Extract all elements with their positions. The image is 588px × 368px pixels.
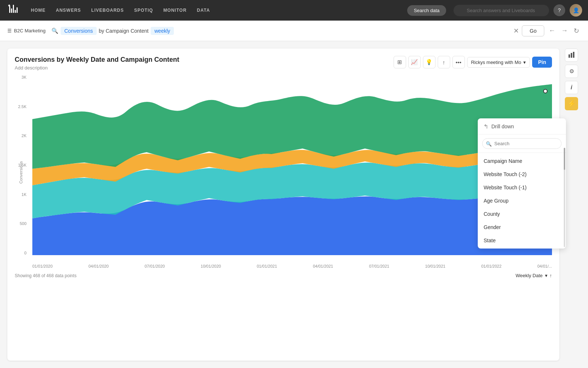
info-button[interactable]: i <box>565 81 578 94</box>
breadcrumb-bar: ☰ B2C Marketing 🔍 Conversions by Campaig… <box>0 21 588 41</box>
drill-search-input[interactable] <box>482 138 562 149</box>
drill-item-website-touch-2[interactable]: Website Touch (-2) <box>478 168 566 181</box>
back-button[interactable]: ← <box>547 25 557 36</box>
data-points-label: Showing 468 of 468 data points <box>15 273 76 278</box>
go-button[interactable]: Go <box>522 25 544 36</box>
weekly-date-label: Weekly Date <box>516 273 542 278</box>
dropdown-chevron-icon: ▾ <box>523 60 526 65</box>
svg-rect-8 <box>573 52 574 58</box>
lightbulb-icon: 💡 <box>426 59 433 65</box>
y-tick-3k: 3K <box>22 75 26 79</box>
chart-subtitle[interactable]: Add description <box>15 65 179 71</box>
x-axis-labels: 01/01/2020 04/01/2020 07/01/2020 10/01/2… <box>32 257 552 270</box>
chart-footer: Showing 468 of 468 data points Weekly Da… <box>15 273 552 278</box>
weekly-date-button[interactable]: Weekly Date ▾ ↑ <box>516 273 552 278</box>
svg-rect-1 <box>11 8 12 13</box>
drill-down-title: Drill down <box>491 124 514 129</box>
chart-title-area: Conversions by Weekly Date and Campaign … <box>15 56 179 71</box>
chart-card: Conversions by Weekly Date and Campaign … <box>7 49 559 361</box>
liveboard-dropdown[interactable]: Rickys meeting with Mo ▾ <box>467 57 530 68</box>
x-tick-8: 01/01/2022 <box>481 264 502 268</box>
svg-rect-4 <box>17 7 18 13</box>
dropdown-chevron-icon: ▾ <box>545 273 548 278</box>
chart-view-button[interactable]: 📈 <box>408 56 421 68</box>
liveboard-label: Rickys meeting with Mo <box>471 60 521 65</box>
breadcrumb-right: ✕ Go ← → ↻ <box>513 25 581 36</box>
table-view-button[interactable]: ⊞ <box>394 56 406 68</box>
drill-item-county[interactable]: County <box>478 207 566 221</box>
chart-type-button[interactable] <box>565 49 578 62</box>
drill-item-state[interactable]: State <box>478 234 566 247</box>
forward-button[interactable]: → <box>560 25 569 36</box>
search-data-button[interactable]: Search data <box>407 5 446 16</box>
drill-item-campaign-name[interactable]: Campaign Name <box>478 154 566 168</box>
chart-header: Conversions by Weekly Date and Campaign … <box>15 56 552 71</box>
bar-chart-icon <box>568 51 575 59</box>
nav-spotiq[interactable]: SPOTIQ <box>130 6 157 15</box>
x-tick-7: 10/01/2021 <box>425 264 445 268</box>
breadcrumb-search-icon: 🔍 <box>51 28 58 34</box>
top-nav: HOME ANSWERS LIVEBOARDS SPOTIQ MONITOR D… <box>0 0 588 21</box>
breadcrumb-tag-weekly: weekly <box>151 27 174 35</box>
breadcrumb-search-area: 🔍 Conversions by Campaign Content weekly <box>51 27 510 35</box>
avatar-icon: 👤 <box>573 7 579 13</box>
logo <box>6 3 21 18</box>
drill-item-gender[interactable]: Gender <box>478 221 566 234</box>
datasource-badge[interactable]: ☰ B2C Marketing <box>7 28 46 33</box>
nav-monitor[interactable]: MONITOR <box>159 6 191 15</box>
x-tick-2: 07/01/2020 <box>144 264 165 268</box>
drill-scrollbar[interactable] <box>564 148 565 247</box>
nav-home[interactable]: HOME <box>26 6 50 15</box>
y-tick-500: 500 <box>20 221 26 226</box>
drill-item-website-touch-1[interactable]: Website Touch (-1) <box>478 181 566 194</box>
y-tick-15k: 1.5K <box>18 163 26 167</box>
chart-data-point[interactable] <box>543 89 548 93</box>
share-icon: ↑ <box>442 59 445 65</box>
more-options-button[interactable]: ••• <box>452 56 465 68</box>
x-tick-6: 07/01/2021 <box>369 264 389 268</box>
area-chart-svg <box>32 75 552 255</box>
nav-data[interactable]: DATA <box>193 6 215 15</box>
drill-items-list: Campaign Name Website Touch (-2) Website… <box>478 153 566 249</box>
refresh-button[interactable]: ↻ <box>572 25 581 36</box>
gear-icon: ⚙ <box>569 68 574 75</box>
pin-button[interactable]: Pin <box>532 57 552 68</box>
svg-rect-7 <box>571 53 572 58</box>
avatar[interactable]: 👤 <box>570 4 582 17</box>
nav-answers[interactable]: ANSWERS <box>51 6 85 15</box>
drill-item-age-group[interactable]: Age Group <box>478 194 566 207</box>
svg-rect-0 <box>9 6 10 13</box>
svg-rect-3 <box>15 10 16 13</box>
help-icon: ? <box>558 7 561 13</box>
chart-icon: 📈 <box>411 59 418 65</box>
x-tick-3: 10/01/2020 <box>201 264 221 268</box>
info-icon: i <box>571 84 572 91</box>
insights-button[interactable]: 💡 <box>423 56 435 68</box>
chart-area: Conversions 3K 2.5K 2K 1.5K 1K 500 0 <box>15 75 552 270</box>
drill-icon: ↳ <box>484 123 488 130</box>
y-tick-2k: 2K <box>22 133 26 138</box>
drill-search-icon: 🔍 <box>486 141 492 146</box>
drill-search-area: 🔍 <box>478 135 566 153</box>
x-tick-4: 01/01/2021 <box>257 264 277 268</box>
x-tick-1: 04/01/2020 <box>89 264 109 268</box>
clear-button[interactable]: ✕ <box>513 27 519 35</box>
chart-svg-area[interactable] <box>32 75 552 255</box>
drill-down-header: ↳ Drill down <box>478 118 566 135</box>
settings-button[interactable]: ⚙ <box>565 65 578 78</box>
nav-right: 🔍 ? 👤 <box>453 4 582 17</box>
help-button[interactable]: ? <box>553 4 565 16</box>
sort-icon: ↑ <box>550 273 552 278</box>
share-button[interactable]: ↑ <box>438 56 450 68</box>
y-tick-25k: 2.5K <box>18 104 26 109</box>
menu-icon: ☰ <box>7 28 12 33</box>
drill-down-panel: ↳ Drill down 🔍 Campaign Name Website Tou… <box>478 118 566 249</box>
nav-liveboards[interactable]: LIVEBOARDS <box>87 6 128 15</box>
chart-toolbar: ⊞ 📈 💡 ↑ ••• Rickys meeting with Mo ▾ <box>394 56 552 68</box>
svg-point-5 <box>8 5 10 7</box>
breadcrumb-tag-by-campaign: by Campaign Content <box>99 28 148 34</box>
table-icon: ⊞ <box>397 59 402 65</box>
datasource-label: B2C Marketing <box>14 28 46 33</box>
global-search-input[interactable] <box>453 5 549 16</box>
spotiq-button[interactable]: ⚡ <box>565 97 578 110</box>
